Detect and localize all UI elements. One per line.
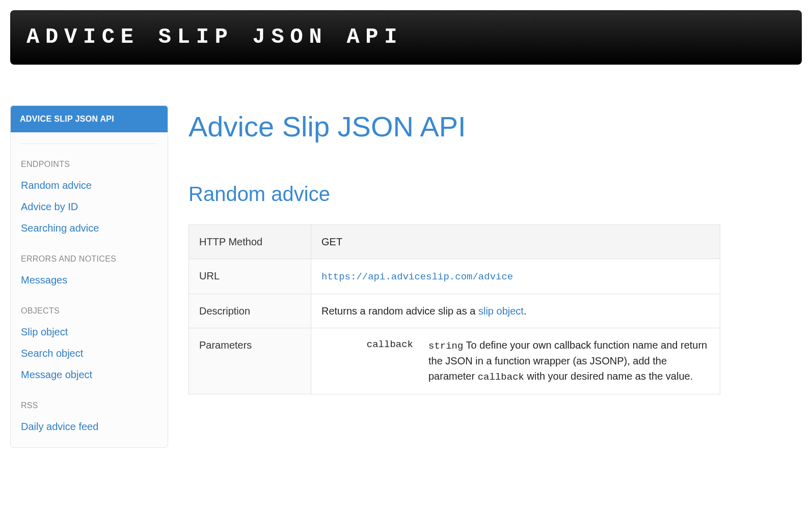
description-prefix: Returns a random advice slip as a: [321, 305, 478, 317]
url-link[interactable]: https://api.adviceslip.com/advice: [321, 271, 513, 282]
sidebar-item-daily-advice-feed[interactable]: Daily advice feed: [21, 416, 157, 437]
sidebar-item-messages[interactable]: Messages: [21, 269, 157, 291]
sidebar-item-searching-advice[interactable]: Searching advice: [21, 217, 157, 239]
sidebar-group-objects: OBJECTS: [21, 305, 157, 317]
slip-object-link[interactable]: slip object: [478, 305, 524, 317]
banner-title: ADVICE SLIP JSON API: [26, 21, 786, 53]
description-suffix: .: [524, 305, 527, 317]
sidebar-item-search-object[interactable]: Search object: [21, 343, 157, 364]
sidebar-item-slip-object[interactable]: Slip object: [21, 321, 157, 343]
parameter-type: string: [428, 340, 463, 352]
layout: ADVICE SLIP JSON API ENDPOINTS Random ad…: [0, 105, 812, 468]
main-content: Advice Slip JSON API Random advice HTTP …: [188, 105, 802, 448]
parameter-desc-code: callback: [478, 372, 524, 383]
parameter-description: string To define your own callback funct…: [428, 337, 710, 385]
parameters-value: callback string To define your own callb…: [311, 328, 720, 394]
parameter-callback-row: callback string To define your own callb…: [321, 337, 710, 385]
sidebar-item-advice-by-id[interactable]: Advice by ID: [21, 196, 157, 217]
parameter-desc-2: with your desired name as the value.: [524, 371, 693, 382]
sidebar-group-errors: ERRORS AND NOTICES: [21, 253, 157, 265]
sidebar-item-random-advice[interactable]: Random advice: [21, 175, 157, 196]
page-title: Advice Slip JSON API: [188, 105, 720, 148]
endpoint-table: HTTP Method GET URL https://api.advicesl…: [188, 224, 720, 394]
sidebar-divider: [21, 144, 157, 144]
table-row-description: Description Returns a random advice slip…: [189, 294, 720, 328]
sidebar-active-title[interactable]: ADVICE SLIP JSON API: [11, 106, 168, 132]
sidebar-item-message-object[interactable]: Message object: [21, 364, 157, 385]
url-label: URL: [189, 259, 311, 294]
section-title-random-advice: Random advice: [188, 179, 720, 209]
sidebar: ADVICE SLIP JSON API ENDPOINTS Random ad…: [10, 105, 168, 448]
table-row-http-method: HTTP Method GET: [189, 225, 720, 259]
parameters-label: Parameters: [189, 328, 311, 394]
sidebar-group-endpoints: ENDPOINTS: [21, 158, 157, 170]
table-row-url: URL https://api.adviceslip.com/advice: [189, 259, 720, 294]
banner: ADVICE SLIP JSON API: [10, 10, 802, 65]
parameter-name: callback: [352, 337, 413, 385]
url-value-cell: https://api.adviceslip.com/advice: [311, 259, 720, 294]
description-value: Returns a random advice slip as a slip o…: [311, 294, 720, 328]
description-label: Description: [189, 294, 311, 328]
http-method-value: GET: [311, 225, 720, 259]
table-row-parameters: Parameters callback string To define you…: [189, 328, 720, 394]
sidebar-group-rss: RSS: [21, 400, 157, 412]
http-method-label: HTTP Method: [189, 225, 311, 259]
